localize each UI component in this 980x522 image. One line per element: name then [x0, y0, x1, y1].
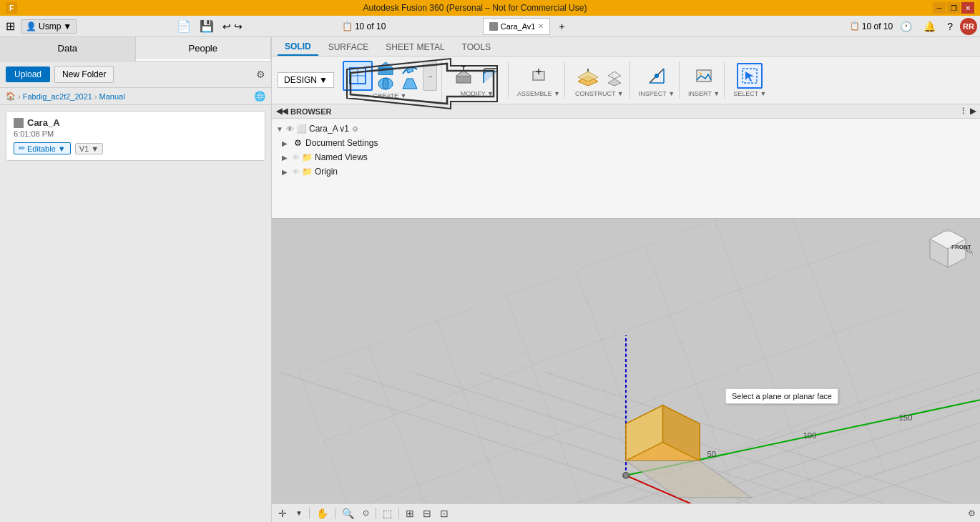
tab-surface[interactable]: SURFACE	[321, 39, 376, 55]
revolve-button[interactable]	[374, 77, 397, 91]
tree-views-expand[interactable]: ▶	[282, 154, 292, 162]
undo-icon[interactable]: ↩ ↪	[220, 19, 245, 34]
notify-icon[interactable]: 🔔	[919, 19, 940, 34]
tooltip: Select a plane or planar face	[725, 388, 838, 404]
assemble-label: ASSEMBLE ▼	[517, 90, 560, 97]
insert-btn-1[interactable]	[691, 63, 717, 89]
left-tabs: Data People	[0, 37, 271, 61]
tree-root-eye[interactable]: 👁	[286, 124, 294, 133]
modify-label: MODIFY ▼	[451, 90, 504, 97]
browser-menu-icon[interactable]: ⋮	[959, 107, 967, 116]
create-more-button[interactable]: →	[423, 61, 437, 91]
tree-root-expand[interactable]: ▼	[276, 125, 286, 133]
breadcrumb-folder[interactable]: Manual	[99, 92, 125, 101]
version-badge[interactable]: V1 ▼	[75, 143, 103, 154]
create-tools: →	[343, 61, 437, 91]
tab-tools[interactable]: TOOLS	[455, 39, 498, 55]
view-settings-right[interactable]: ⚙	[968, 508, 976, 518]
browser-panel: ◀◀ BROWSER ⋮ ▶ ▼ 👁 ⬜ Cara_A v1 ⚙	[272, 104, 980, 219]
modify-btn-1[interactable]	[451, 63, 476, 89]
select-btn-1[interactable]	[737, 63, 763, 89]
tab-data[interactable]: Data	[0, 37, 136, 61]
upload-button[interactable]: Upload	[6, 67, 50, 82]
close-tab-icon[interactable]: ✕	[538, 22, 544, 30]
svg-text:50: 50	[707, 450, 716, 458]
breadcrumb-home-icon[interactable]: 🏠	[6, 92, 16, 101]
svg-marker-60	[944, 227, 951, 232]
tab-doc-label: Cara_Av1	[501, 22, 536, 31]
items-count: 📋 10 of 10	[342, 21, 386, 31]
display-mode-btn[interactable]: ⬚	[381, 506, 394, 521]
tree-node-named-views[interactable]: ▶ 👁 📁 Named Views	[272, 150, 980, 164]
left-toolbar: Upload New Folder ⚙	[0, 61, 271, 88]
user-menu[interactable]: 👤 Usmp ▼	[21, 19, 77, 34]
app-grid-icon[interactable]: ⊞	[3, 18, 18, 34]
grid-btn[interactable]: ⊞	[403, 506, 416, 521]
viewport[interactable]: 50 100 150 200 50 100 150	[272, 219, 980, 503]
sketch-button[interactable]	[343, 61, 373, 91]
offset-plane-icon	[577, 66, 599, 86]
close-button[interactable]: ✕	[961, 2, 974, 14]
edit-icon: ✏	[19, 144, 25, 153]
tree-node-doc-settings[interactable]: ▶ ⚙ Document Settings	[272, 136, 980, 150]
svg-marker-8	[403, 79, 417, 89]
assemble-btn-1[interactable]	[526, 63, 552, 89]
tree-views-eye[interactable]: 👁	[292, 153, 300, 162]
tree-root[interactable]: ▼ 👁 ⬜ Cara_A v1 ⚙	[272, 122, 980, 136]
measure-icon	[647, 66, 667, 86]
zoom-fit-btn[interactable]: ⊙	[361, 507, 371, 519]
extrude-icon	[377, 62, 394, 75]
minimize-button[interactable]: ─	[933, 2, 946, 14]
inspect-btn-1[interactable]	[644, 63, 670, 89]
extrude-button[interactable]	[374, 61, 397, 76]
snap-btn[interactable]: ⊟	[421, 506, 433, 521]
design-dropdown[interactable]: DESIGN ▼	[278, 72, 334, 88]
view-cube[interactable]: FRONT RIGHT	[923, 226, 973, 276]
tree-root-settings[interactable]: ⚙	[352, 125, 358, 133]
save-icon[interactable]: 💾	[197, 18, 217, 34]
history-icon[interactable]: 🕐	[896, 19, 916, 34]
user-avatar[interactable]: RR	[960, 18, 977, 35]
sweep-button[interactable]	[398, 61, 421, 76]
loft-button[interactable]	[398, 77, 421, 91]
orbit-btn[interactable]: ✛	[276, 506, 289, 521]
zoom-btn[interactable]: 🔍	[340, 506, 356, 521]
construct-btn-2[interactable]	[604, 63, 625, 89]
grid-background: 50 100 150 200 50 100 150	[272, 219, 980, 503]
orbit-dropdown[interactable]: ▼	[293, 508, 305, 518]
new-folder-button[interactable]: New Folder	[54, 66, 114, 83]
menu-bar: ⊞ 👤 Usmp ▼ 📄 💾 ↩ ↪ 📋 10 of 10 Cara_Av1 ✕…	[0, 16, 980, 37]
file-icon[interactable]: 📄	[174, 18, 194, 34]
breadcrumb-project[interactable]: Fabdig_ac2t2_2021	[23, 92, 92, 101]
restore-button[interactable]: ❐	[947, 2, 960, 14]
title-bar: F Autodesk Fusion 360 (Personal – Not fo…	[0, 0, 980, 16]
main-layout: Data People Upload New Folder ⚙ 🏠 › Fabd…	[0, 37, 980, 522]
svg-rect-9	[456, 76, 471, 83]
sep-1	[309, 508, 310, 519]
tree-origin-eye[interactable]: 👁	[292, 167, 300, 176]
editable-badge[interactable]: ✏ Editable ▼	[14, 142, 71, 154]
tree-doc-expand[interactable]: ▶	[282, 139, 292, 147]
more-bottom-btn[interactable]: ⊡	[438, 506, 451, 521]
sep-3	[376, 508, 376, 519]
browser-collapse-left-icon[interactable]: ◀◀	[276, 107, 288, 116]
construct-btn-1[interactable]	[574, 63, 602, 89]
tab-people[interactable]: People	[136, 37, 272, 61]
tree-node-origin[interactable]: ▶ 👁 📁 Origin	[272, 164, 980, 179]
tab-document[interactable]: Cara_Av1 ✕	[483, 18, 551, 35]
toolbar-area: SOLID SURFACE SHEET METAL TOOLS DESIGN ▼	[272, 37, 980, 104]
tab-solid[interactable]: SOLID	[278, 39, 318, 56]
settings-icon[interactable]: ⚙	[256, 69, 265, 80]
help-icon[interactable]: ?	[943, 19, 957, 34]
pan-btn[interactable]: ✋	[314, 506, 330, 521]
modify-section: MODIFY ▼	[446, 61, 509, 99]
breadcrumb-sep-1: ›	[18, 92, 21, 101]
tree-origin-expand[interactable]: ▶	[282, 168, 292, 176]
browser-collapse-icon[interactable]: ▶	[970, 107, 976, 116]
tab-sheet-metal[interactable]: SHEET METAL	[378, 39, 451, 55]
modify-btn-2[interactable]	[478, 63, 504, 89]
file-list: Cara_A 6:01:08 PM ✏ Editable ▼ V1 ▼	[0, 105, 271, 522]
modify-tools	[451, 63, 504, 89]
add-tab-button[interactable]: +	[553, 19, 570, 34]
select-section: SELECT ▼	[729, 61, 770, 99]
